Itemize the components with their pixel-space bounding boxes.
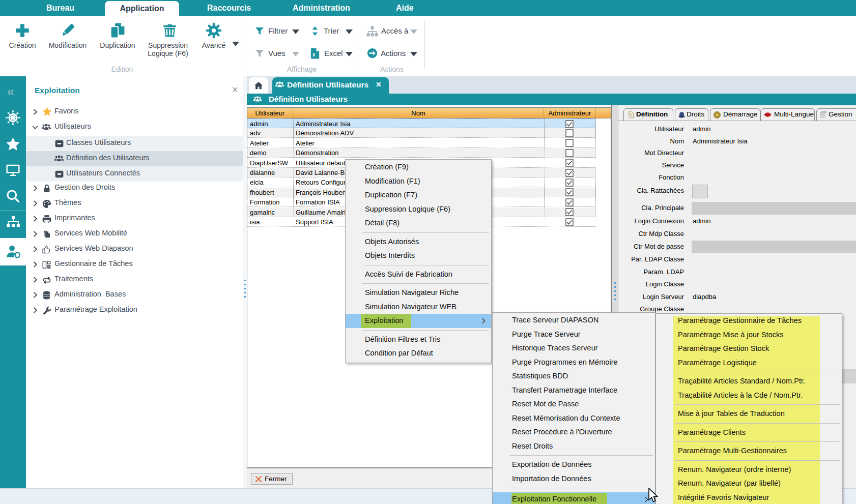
svg-text:x: x bbox=[312, 51, 316, 57]
